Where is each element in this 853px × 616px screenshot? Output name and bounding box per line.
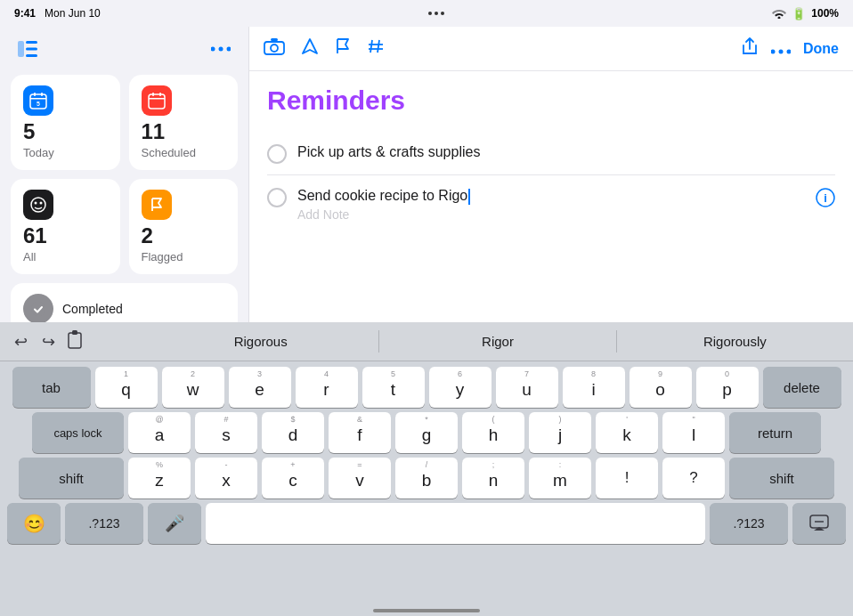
key-num1[interactable]: .?123 (65, 503, 143, 544)
sidebar-toggle-button[interactable] (14, 36, 41, 62)
svg-point-4 (211, 47, 215, 52)
smart-list-all[interactable]: 61 All (11, 179, 120, 274)
sidebar-header (11, 36, 238, 62)
reminder-note-2[interactable]: Add Note (297, 207, 805, 222)
reminders-toolbar: Done (249, 27, 853, 71)
suggestion-1[interactable]: Rigorous (142, 330, 379, 353)
key-tab[interactable]: tab (12, 367, 91, 408)
key-a[interactable]: @a (128, 412, 191, 453)
svg-point-6 (227, 47, 232, 52)
svg-rect-3 (26, 54, 37, 57)
key-emoji[interactable]: 😊 (7, 503, 61, 544)
today-label: Today (23, 146, 108, 159)
suggestion-2[interactable]: Rigor (379, 330, 616, 353)
smart-list-today[interactable]: 5 5 Today (11, 75, 120, 170)
all-icon (23, 190, 53, 220)
reminder-text-block-2: Send cookie recipe to Rigo Add Note (297, 186, 805, 222)
hash-icon[interactable] (367, 37, 385, 60)
redo-button[interactable]: ↪ (38, 328, 59, 355)
key-q[interactable]: 1q (95, 367, 158, 408)
svg-rect-0 (18, 41, 24, 57)
autocomplete-bar: ↩ ↪ Rigorous Rigor Rigorously (0, 322, 853, 361)
key-shift-right[interactable]: shift (729, 458, 834, 498)
key-row-1: tab 1q 2w 3e 4r 5t 6y 7u 8i 9o 0p delete (4, 367, 849, 408)
svg-point-5 (219, 47, 223, 52)
key-c[interactable]: +c (262, 458, 324, 498)
key-question[interactable]: ? (662, 458, 725, 498)
reminder-item-1[interactable]: Pick up arts & crafts supplies (267, 132, 835, 175)
svg-point-18 (40, 202, 43, 205)
key-k[interactable]: 'k (596, 412, 658, 453)
key-x[interactable]: -x (195, 458, 257, 498)
key-shift-left[interactable]: shift (19, 458, 124, 498)
key-return[interactable]: return (729, 412, 821, 453)
smart-list-scheduled[interactable]: 11 Scheduled (129, 75, 239, 170)
svg-line-23 (370, 40, 372, 53)
key-o[interactable]: 9o (630, 367, 692, 408)
done-button[interactable]: Done (803, 41, 839, 57)
svg-rect-14 (159, 93, 161, 96)
more-icon[interactable] (771, 38, 791, 59)
key-exclaim[interactable]: ! (596, 458, 658, 498)
key-g[interactable]: *g (395, 412, 458, 453)
suggestion-3[interactable]: Rigorously (617, 330, 853, 353)
location-icon[interactable] (301, 37, 319, 60)
svg-point-17 (35, 202, 37, 205)
smart-list-flagged[interactable]: 2 Flagged (129, 179, 239, 274)
key-space[interactable] (206, 503, 705, 544)
svg-rect-10 (30, 98, 46, 100)
key-z[interactable]: %z (128, 458, 191, 498)
key-u[interactable]: 7u (496, 367, 558, 408)
svg-rect-12 (149, 94, 165, 109)
key-r[interactable]: 4r (296, 367, 358, 408)
key-capslock[interactable]: caps lock (32, 412, 124, 453)
status-date: Mon Jun 10 (45, 7, 101, 20)
flagged-count: 2 (142, 225, 226, 247)
key-w[interactable]: 2w (162, 367, 224, 408)
scan-icon[interactable] (264, 37, 285, 60)
flagged-label: Flagged (142, 250, 226, 263)
key-n[interactable]: ;n (462, 458, 524, 498)
autocomplete-suggestions: Rigorous Rigor Rigorously (142, 330, 853, 353)
key-y[interactable]: 6y (429, 367, 491, 408)
key-d[interactable]: $d (262, 412, 324, 453)
key-delete[interactable]: delete (763, 367, 841, 408)
svg-text:5: 5 (37, 101, 40, 107)
key-hide[interactable] (792, 503, 846, 544)
key-h[interactable]: (h (462, 412, 524, 453)
svg-point-21 (271, 45, 278, 52)
key-mic[interactable]: 🎤 (148, 503, 201, 544)
svg-rect-33 (72, 330, 77, 335)
svg-line-24 (378, 40, 379, 53)
key-s[interactable]: #s (195, 412, 257, 453)
svg-rect-22 (271, 38, 278, 41)
key-num2[interactable]: .?123 (710, 503, 788, 544)
reminder-info-button[interactable]: i (816, 188, 835, 212)
all-count: 61 (23, 225, 108, 247)
status-right: 🔋 100% (772, 7, 839, 20)
svg-rect-13 (152, 93, 154, 96)
scheduled-label: Scheduled (142, 146, 226, 159)
key-f[interactable]: &f (329, 412, 391, 453)
reminders-content: Reminders Pick up arts & crafts supplies… (249, 71, 853, 247)
key-t[interactable]: 5t (362, 367, 425, 408)
paste-button[interactable] (66, 329, 84, 353)
home-indicator (373, 609, 480, 612)
reminder-circle-2[interactable] (267, 188, 287, 207)
reminder-circle-1[interactable] (267, 144, 287, 164)
reminder-item-2[interactable]: Send cookie recipe to Rigo Add Note i (267, 175, 835, 232)
undo-button[interactable]: ↩ (11, 328, 31, 355)
key-m[interactable]: :m (529, 458, 591, 498)
key-v[interactable]: =v (329, 458, 391, 498)
svg-rect-9 (41, 93, 43, 96)
sidebar-more-button[interactable] (207, 36, 234, 62)
key-p[interactable]: 0p (696, 367, 759, 408)
key-j[interactable]: )j (529, 412, 591, 453)
flag-toolbar-icon[interactable] (335, 37, 351, 60)
key-e[interactable]: 3e (229, 367, 291, 408)
svg-point-16 (31, 198, 45, 212)
key-b[interactable]: /b (395, 458, 458, 498)
key-l[interactable]: "l (662, 412, 725, 453)
share-icon[interactable] (741, 36, 759, 61)
key-i[interactable]: 8i (563, 367, 625, 408)
